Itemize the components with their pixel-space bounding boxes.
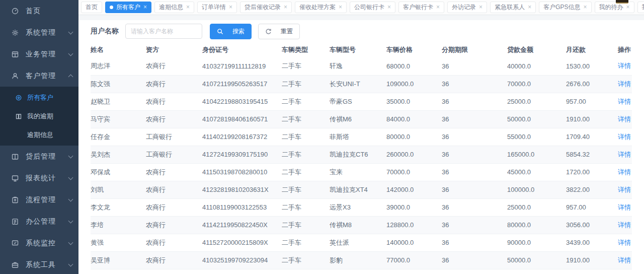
cell-9-1: 农商行: [146, 216, 202, 234]
close-icon[interactable]: ×: [387, 4, 391, 10]
sidebar-subitem-0[interactable]: 所有客户: [0, 88, 78, 107]
tab-12[interactable]: 我的流程×: [637, 2, 644, 13]
sidebar-item-8[interactable]: 系统监控: [0, 232, 78, 254]
active-dot-icon: [110, 6, 113, 9]
cell-11-2: 410325199709223094: [202, 251, 282, 269]
cell-6-2: 411503198708280010: [202, 163, 282, 181]
tab-4[interactable]: 贷后催收记录×: [240, 2, 292, 13]
detail-link[interactable]: 详情: [618, 98, 631, 105]
close-icon[interactable]: ×: [583, 4, 587, 10]
main-area: 首页所有客户×逾期信息×订单详情×贷后催收记录×催收处理方案×公司银行卡×客户银…: [78, 0, 644, 274]
table-header-row: 姓名资方身份证号车辆类型车辆型号车辆价格分期期限贷款金额月还款操作: [91, 42, 632, 57]
close-icon[interactable]: ×: [626, 4, 630, 10]
tab-1[interactable]: 所有客户×: [105, 2, 151, 13]
user-avatar-partial[interactable]: [616, 0, 628, 4]
column-header-2: 身份证号: [202, 42, 282, 57]
content-divider: [78, 15, 644, 20]
grid-icon: [11, 50, 19, 58]
tab-label: 我的待办: [599, 3, 623, 12]
detail-link[interactable]: 详情: [618, 151, 631, 158]
column-header-7: 贷款金额: [507, 42, 566, 57]
search-button[interactable]: 搜索: [210, 24, 252, 39]
cell-10-5: 140000.0: [386, 234, 442, 251]
sidebar-item-label: 办公管理: [26, 217, 69, 226]
detail-link[interactable]: 详情: [618, 186, 631, 193]
dashboard-icon: [11, 7, 19, 15]
cell-3-5: 84000.0: [386, 110, 442, 128]
detail-link[interactable]: 详情: [618, 80, 631, 88]
cell-9-6: 36: [442, 216, 507, 234]
cell-8-2: 411081199003122553: [202, 198, 282, 216]
sidebar-item-6[interactable]: 流程管理: [0, 189, 78, 211]
close-icon[interactable]: ×: [186, 4, 190, 10]
detail-link[interactable]: 详情: [618, 203, 631, 211]
flow-icon: [11, 196, 19, 204]
search-field-label: 用户名称: [91, 27, 119, 36]
close-icon[interactable]: ×: [143, 4, 147, 10]
sidebar-item-0[interactable]: 首页: [0, 0, 78, 22]
tab-0[interactable]: 首页: [81, 2, 102, 13]
cell-3-3: 二手车: [282, 110, 330, 128]
chevron-down-icon: [68, 218, 73, 223]
cell-4-0: 任存金: [91, 128, 146, 146]
detail-link[interactable]: 详情: [618, 239, 631, 246]
tab-10[interactable]: 客户GPS信息×: [539, 2, 591, 13]
detail-link[interactable]: 详情: [618, 168, 631, 176]
sidebar-item-3[interactable]: 客户管理: [0, 65, 78, 87]
detail-link[interactable]: 详情: [618, 221, 631, 229]
tab-5[interactable]: 催收处理方案×: [295, 2, 347, 13]
close-icon[interactable]: ×: [479, 4, 482, 10]
customer-name-input[interactable]: [125, 24, 202, 39]
close-icon[interactable]: ×: [339, 4, 342, 10]
cell-0-1: 农商行: [146, 57, 202, 75]
sidebar: 首页系统管理业务管理客户管理所有客户我的逾期逾期信息贷后管理报表统计流程管理办公…: [0, 0, 78, 274]
tab-3[interactable]: 订单详情×: [197, 2, 237, 13]
tab-7[interactable]: 客户银行卡×: [398, 2, 444, 13]
close-icon[interactable]: ×: [229, 4, 232, 10]
cell-0-8: 1530.00: [566, 57, 611, 75]
table-row: 马守宾农商行410728198406160571二手车传祺M684000.036…: [91, 110, 632, 128]
close-icon[interactable]: ×: [436, 4, 440, 10]
sidebar-item-label: 流程管理: [26, 195, 69, 204]
tab-2[interactable]: 逾期信息×: [154, 2, 194, 13]
tab-6[interactable]: 公司银行卡×: [350, 2, 395, 13]
tab-8[interactable]: 外访记录×: [447, 2, 487, 13]
sidebar-item-2[interactable]: 业务管理: [0, 43, 78, 65]
sidebar-submenu: 所有客户我的逾期逾期信息: [0, 87, 78, 146]
sidebar-item-5[interactable]: 报表统计: [0, 167, 78, 189]
sidebar-subitem-1[interactable]: 我的逾期: [0, 107, 78, 125]
detail-link[interactable]: 详情: [618, 256, 631, 264]
tab-9[interactable]: 紧急联系人×: [490, 2, 536, 13]
sidebar-item-1[interactable]: 系统管理: [0, 22, 78, 43]
cell-11-6: 36: [442, 251, 507, 269]
cell-8-1: 农商行: [146, 198, 202, 216]
chevron-down-icon: [68, 51, 73, 56]
reset-button[interactable]: 重置: [258, 24, 300, 39]
table-row: 李文龙农商行411081199003122553二手车远景X339000.036…: [91, 198, 632, 216]
cell-0-0: 周志洋: [91, 57, 146, 75]
tab-11[interactable]: 我的待办×: [595, 2, 634, 13]
sidebar-menu: 首页系统管理业务管理客户管理所有客户我的逾期逾期信息贷后管理报表统计流程管理办公…: [0, 0, 78, 274]
cell-12-7: 30000.0: [507, 269, 566, 274]
cell-5-1: 工商银行: [146, 146, 202, 163]
cell-2-8: 957.00: [566, 93, 611, 110]
cell-9-4: 传祺M8: [330, 216, 386, 234]
detail-link[interactable]: 详情: [618, 115, 631, 123]
sidebar-item-4[interactable]: 贷后管理: [0, 146, 78, 167]
close-icon[interactable]: ×: [284, 4, 287, 10]
cell-2-2: 410422198803195415: [202, 93, 282, 110]
cell-4-5: 80000.0: [386, 128, 442, 146]
sidebar-item-7[interactable]: 办公管理: [0, 211, 78, 232]
chevron-down-icon: [68, 196, 73, 201]
tab-label: 客户GPS信息: [543, 3, 580, 12]
sidebar-subitem-2[interactable]: 逾期信息: [0, 125, 78, 144]
detail-link[interactable]: 详情: [618, 133, 631, 141]
cell-12-3: 二手车: [282, 269, 330, 274]
sidebar-item-9[interactable]: 系统工具: [0, 254, 78, 274]
gear-icon: [11, 29, 19, 37]
close-icon[interactable]: ×: [528, 4, 531, 10]
cell-5-2: 412724199309175190: [202, 146, 282, 163]
cell-3-2: 410728198406160571: [202, 110, 282, 128]
cell-12-2: 410322199312120034: [202, 269, 282, 274]
detail-link[interactable]: 详情: [618, 62, 631, 70]
